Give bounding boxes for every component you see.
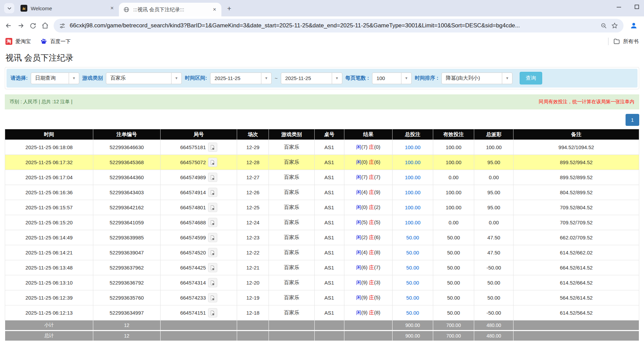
result-banker-label: 庄 — [369, 159, 374, 165]
bet-slip-button[interactable] — [208, 158, 217, 167]
search-button[interactable]: 查询 — [520, 72, 542, 84]
tab-bet-records[interactable]: :::视讯 会员下注纪录::: × — [119, 3, 221, 16]
url-text[interactable]: 66cxkj98.com/game/betrecord_search/kind3… — [70, 22, 597, 29]
bet-slip-button[interactable] — [208, 203, 217, 212]
sort-order-select[interactable]: 降冪(由大到小) ▼ — [441, 73, 512, 84]
tab-welcome[interactable]: Welcome × — [16, 1, 119, 15]
cell-game-kind: 百家乐 — [269, 200, 315, 215]
bookmark-aitaobao[interactable]: 淘 爱淘宝 — [5, 38, 31, 45]
total-bet-link[interactable]: 100.00 — [405, 220, 421, 225]
select-type-label: 请选择: — [11, 75, 28, 81]
bet-slip-button[interactable] — [208, 278, 217, 287]
total-bet-link[interactable]: 50.00 — [406, 235, 419, 240]
total-bet-link[interactable]: 100.00 — [405, 174, 421, 180]
cell-bet-id: 522993643403 — [93, 185, 160, 200]
cell-game-kind: 百家乐 — [269, 185, 315, 200]
minimize-button[interactable] — [616, 4, 621, 10]
header-game-kind: 游戏类别 — [269, 129, 315, 140]
tab-search-button[interactable] — [4, 3, 14, 13]
bet-slip-icon — [210, 175, 215, 180]
game-kind-select[interactable]: 百家乐 ▼ — [106, 73, 182, 84]
total-bet-link[interactable]: 50.00 — [406, 295, 419, 301]
cell-game-kind: 百家乐 — [269, 155, 315, 170]
bet-slip-button[interactable] — [208, 188, 217, 197]
cell-note: 614.52/662.02 — [513, 245, 639, 260]
bet-slip-button[interactable] — [208, 233, 217, 242]
total-bet-link[interactable]: 50.00 — [406, 265, 419, 271]
table-row: 2025-11-25 06:14:49 522993639985 6645745… — [5, 230, 639, 245]
tab-close-icon[interactable]: × — [212, 6, 217, 13]
subtotal-row: 小计 12 900.00 700.00 480.00 — [5, 320, 639, 331]
total-bet-link[interactable]: 50.00 — [406, 250, 419, 255]
cell-total-bet: 100.00 — [392, 215, 433, 230]
result-banker-score: (8) — [374, 249, 380, 255]
cell-time: 2025-11-25 06:15:20 — [5, 215, 93, 230]
header-table: 桌号 — [314, 129, 344, 140]
result-player-label: 闲 — [356, 174, 361, 180]
per-page-select[interactable]: 100 ▼ — [372, 73, 412, 84]
cell-round: 664574688 — [160, 215, 237, 230]
result-banker-label: 庄 — [369, 204, 374, 210]
table-header-row: 时间 注单编号 局号 场次 游戏类别 桌号 结果 总投注 有效投注 总派彩 备注 — [5, 129, 639, 140]
bet-slip-button[interactable] — [208, 248, 217, 257]
cell-session: 12-23 — [237, 230, 269, 245]
bet-slip-button[interactable] — [208, 143, 217, 152]
maximize-button[interactable] — [634, 4, 639, 9]
round-number: 664574801 — [180, 205, 206, 210]
cell-table: AS1 — [314, 275, 344, 290]
cell-result: 闲(4) 庄(8) — [344, 245, 392, 260]
total-bet-link[interactable]: 100.00 — [405, 159, 421, 165]
profile-avatar-icon[interactable] — [630, 22, 638, 30]
site-settings-icon[interactable] — [59, 23, 66, 29]
date-end-select[interactable]: 2025-11-25 ▼ — [281, 73, 342, 84]
bookmark-star-icon[interactable] — [611, 22, 618, 29]
cell-table: AS1 — [314, 155, 344, 170]
total-bet-link[interactable]: 50.00 — [406, 310, 419, 316]
query-type-select[interactable]: 日期查询 ▼ — [31, 73, 79, 84]
cell-game-kind: 百家乐 — [269, 260, 315, 275]
bet-slip-button[interactable] — [208, 308, 217, 317]
table-row: 2025-11-25 06:12:13 522993634997 6645741… — [5, 305, 639, 320]
taobao-icon: 淘 — [5, 38, 12, 45]
cell-table: AS1 — [314, 290, 344, 305]
result-banker-score: (2) — [374, 204, 380, 210]
result-player-score: (4) — [361, 189, 368, 195]
bet-slip-icon — [210, 250, 215, 255]
cell-valid-bet: 50.00 — [433, 290, 474, 305]
bet-slip-button[interactable] — [208, 218, 217, 227]
zoom-icon[interactable] — [601, 23, 607, 29]
tab-close-icon[interactable]: × — [109, 5, 115, 12]
result-banker-label: 庄 — [369, 174, 374, 180]
bet-slip-button[interactable] — [208, 173, 217, 182]
cell-game-kind: 百家乐 — [269, 245, 315, 260]
bookmark-baidu[interactable]: 百度一下 — [40, 38, 71, 45]
cell-game-kind: 百家乐 — [269, 215, 315, 230]
new-tab-button[interactable]: + — [223, 3, 235, 14]
total-bet-link[interactable]: 100.00 — [405, 144, 421, 150]
cell-note: 899.52/899.52 — [513, 170, 639, 185]
bet-slip-icon — [210, 160, 215, 165]
cell-valid-bet: 0.00 — [433, 215, 474, 230]
total-bet-link[interactable]: 100.00 — [405, 205, 421, 210]
table-row: 2025-11-25 06:13:48 522993637962 6645744… — [5, 260, 639, 275]
date-start-select[interactable]: 2025-11-25 ▼ — [210, 73, 272, 84]
page-1-button[interactable]: 1 — [626, 114, 639, 126]
cell-note: 664.52/614.52 — [513, 260, 639, 275]
bet-slip-button[interactable] — [208, 293, 217, 302]
all-bookmarks-button[interactable]: 所有书 — [613, 38, 639, 45]
result-player-score: (0) — [361, 159, 368, 165]
bet-slip-button[interactable] — [208, 263, 217, 272]
cell-game-kind: 百家乐 — [269, 230, 315, 245]
total-bet-link[interactable]: 100.00 — [405, 189, 421, 195]
round-number: 664574233 — [180, 295, 206, 301]
cell-game-kind: 百家乐 — [269, 305, 315, 320]
home-button[interactable] — [41, 22, 49, 29]
forward-button[interactable] — [17, 22, 25, 29]
total-bet-link[interactable]: 50.00 — [406, 280, 419, 286]
back-button[interactable] — [5, 22, 12, 29]
address-bar[interactable]: 66cxkj98.com/game/betrecord_search/kind3… — [54, 19, 624, 32]
cell-table: AS1 — [314, 170, 344, 185]
result-player-label: 闲 — [356, 279, 361, 285]
cell-session: 12-25 — [237, 200, 269, 215]
reload-button[interactable] — [29, 22, 37, 29]
